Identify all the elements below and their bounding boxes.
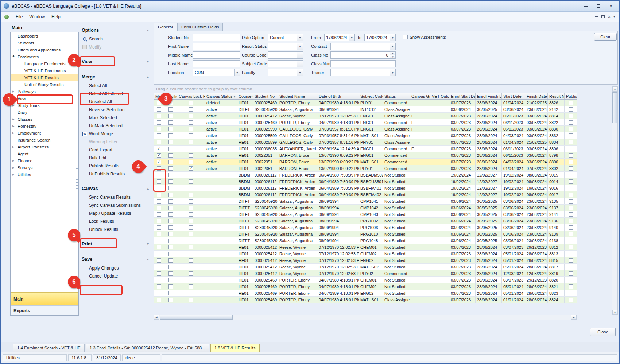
modified-checkbox[interactable] [168, 127, 173, 131]
sidebar-item-students[interactable]: Students [11, 39, 78, 46]
publish-checkbox[interactable] [569, 173, 573, 177]
merge-checkbox[interactable] [157, 199, 161, 204]
canvas-lock-resul-checkbox[interactable] [189, 120, 193, 125]
section-view[interactable]: View▼ [81, 57, 152, 66]
canvas-lock-resul-checkbox[interactable] [189, 206, 193, 210]
action-unlock-results[interactable]: Unlock Results [81, 225, 152, 233]
ellipsis-icon[interactable]: … [297, 61, 303, 67]
ellipsis-icon[interactable]: … [297, 52, 303, 58]
canvas-lock-resul-checkbox[interactable] [189, 127, 193, 131]
publish-checkbox[interactable] [569, 120, 573, 125]
column-header-enrol-start-dat[interactable]: Enrol Start Dat [449, 93, 476, 100]
section-options[interactable]: Options▲ [81, 26, 152, 35]
merge-checkbox[interactable] [157, 252, 161, 256]
merge-checkbox[interactable] [157, 107, 161, 112]
to-date-input[interactable]: 17/06/2024 ▾ [364, 34, 396, 41]
modified-checkbox[interactable] [168, 147, 173, 151]
merge-checkbox[interactable] [157, 133, 161, 138]
modified-checkbox[interactable] [168, 265, 173, 269]
publish-checkbox[interactable] [569, 252, 573, 256]
publish-checkbox[interactable] [569, 166, 573, 171]
grid-row[interactable]: activeDITFTS230045920Salazar, Augustina0… [154, 106, 577, 113]
column-header-status[interactable]: Status [383, 93, 410, 100]
canvas-lock-resul-checkbox[interactable] [189, 271, 193, 276]
merge-checkbox[interactable] [157, 291, 161, 295]
canvas-lock-resul-checkbox[interactable] [189, 140, 193, 144]
menu-window[interactable]: Window [26, 13, 48, 20]
grid-row[interactable]: ✓activeHE010000036035ALEXANDER, Jared22/… [154, 146, 577, 152]
chevron-down-icon[interactable]: ▾ [297, 43, 303, 50]
merge-checkbox[interactable] [157, 212, 161, 217]
modified-checkbox[interactable] [168, 173, 173, 177]
publish-checkbox[interactable] [569, 284, 573, 289]
class-no-stepper[interactable]: 0 ▲▼ [330, 51, 396, 59]
sidebar-item-language-enrolments[interactable]: Language Enrolments [11, 60, 78, 67]
merge-checkbox[interactable] [157, 245, 161, 249]
merge-checkbox[interactable] [157, 225, 161, 230]
middle-name-input[interactable] [193, 51, 240, 59]
menu-help[interactable]: Help [48, 13, 64, 20]
column-header-canvas-lock-resul[interactable]: Canvas Lock Resul [177, 93, 205, 100]
canvas-lock-resul-checkbox[interactable] [189, 193, 193, 197]
merge-checkbox[interactable] [157, 193, 161, 197]
action-unmark-selected[interactable]: UnMark Selected [81, 122, 152, 130]
merge-checkbox[interactable] [157, 232, 161, 236]
grid-row[interactable]: DITFTS230045920Salazar, Augustina08/09/1… [154, 237, 577, 244]
merge-checkbox[interactable] [157, 206, 161, 210]
merge-checkbox[interactable] [157, 140, 161, 144]
sidebar-item-diary[interactable]: Diary [11, 109, 78, 116]
column-header-student-name[interactable]: Student Name [278, 93, 317, 100]
menu-file[interactable]: File [12, 13, 26, 20]
section-merge[interactable]: Merge▲ [81, 72, 152, 82]
publish-checkbox[interactable] [569, 212, 573, 217]
modified-checkbox[interactable] [168, 271, 173, 276]
canvas-lock-resul-checkbox[interactable] [189, 173, 193, 177]
grid-row[interactable]: DITFTS230045920Salazar, Augustina08/09/1… [154, 231, 577, 237]
canvas-lock-resul-checkbox[interactable] [189, 147, 193, 151]
sidebar-item-enrolments[interactable]: ▶Enrolments [11, 53, 78, 60]
action-unpublish-results[interactable]: UnPublish Results [81, 170, 152, 178]
filter-icon[interactable]: ▾ [234, 95, 235, 98]
publish-checkbox[interactable] [569, 193, 573, 197]
from-date-input[interactable]: 17/06/2024 ▾ [324, 34, 355, 41]
grid-row[interactable]: DITFTS230045920Salazar, Augustina08/09/1… [154, 198, 577, 205]
publish-checkbox[interactable] [569, 245, 573, 249]
action-reverse-selection[interactable]: Reverse Selection [81, 106, 152, 114]
contract-select[interactable]: ▾ [330, 43, 396, 50]
modified-checkbox[interactable] [168, 206, 173, 210]
grid-row[interactable]: HE010000025412Reese, Wynne07/12/1970 12:… [154, 257, 577, 264]
column-header-modified[interactable]: Modified [164, 93, 177, 100]
action-apply-changes[interactable]: Apply Changes [81, 264, 152, 272]
sidebar-item-employment[interactable]: ▶Employment [11, 129, 78, 136]
tree-collapsed-icon[interactable]: ▶ [12, 173, 18, 176]
scroll-right-icon[interactable]: ▶ [571, 315, 576, 320]
spin-down-icon[interactable]: ▼ [390, 55, 395, 59]
tree-expanded-icon[interactable]: ▶ [12, 54, 18, 60]
tree-collapsed-icon[interactable]: ▶ [12, 125, 18, 128]
scroll-left-icon[interactable]: ◀ [154, 315, 159, 320]
action-bulk-edit[interactable]: Bulk Edit [81, 154, 152, 162]
merge-checkbox[interactable] [157, 271, 161, 276]
grid-row[interactable]: activeHE010000025469PORTER, Ebony04/07/1… [154, 119, 577, 126]
modified-checkbox[interactable] [168, 219, 173, 223]
modified-checkbox[interactable] [168, 101, 173, 105]
column-header-subject-code[interactable]: Subject Code [359, 93, 383, 100]
publish-checkbox[interactable] [569, 160, 573, 164]
scrollbar-thumb[interactable] [160, 315, 233, 320]
merge-checkbox[interactable] [157, 173, 161, 177]
section-print[interactable]: Print▼ [81, 239, 152, 249]
tree-collapsed-icon[interactable]: ▶ [12, 97, 18, 100]
grid-row[interactable]: BBDM0000026112FREDERICK, Arden06/04/1989… [154, 178, 577, 185]
grid-row[interactable]: DITFTS230045920Salazar, Augustina08/09/1… [154, 211, 577, 218]
action-select-all[interactable]: Select All [81, 82, 152, 90]
publish-checkbox[interactable] [569, 225, 573, 230]
modified-checkbox[interactable] [168, 298, 173, 302]
publish-checkbox[interactable] [569, 179, 573, 184]
publish-checkbox[interactable] [569, 147, 573, 151]
canvas-lock-resul-checkbox[interactable] [189, 212, 193, 217]
grid-row[interactable]: HE010000025412Reese, Wynne07/12/1970 12:… [154, 244, 577, 251]
grid-row[interactable]: activeHE010000025599GALLEGOS, Carly07/03… [154, 126, 577, 132]
window-tab-1-8-vet-he-results[interactable]: 1.8 VET & HE Results [210, 344, 260, 352]
column-header-publish[interactable]: Publish [565, 93, 577, 100]
modified-checkbox[interactable] [168, 140, 173, 144]
